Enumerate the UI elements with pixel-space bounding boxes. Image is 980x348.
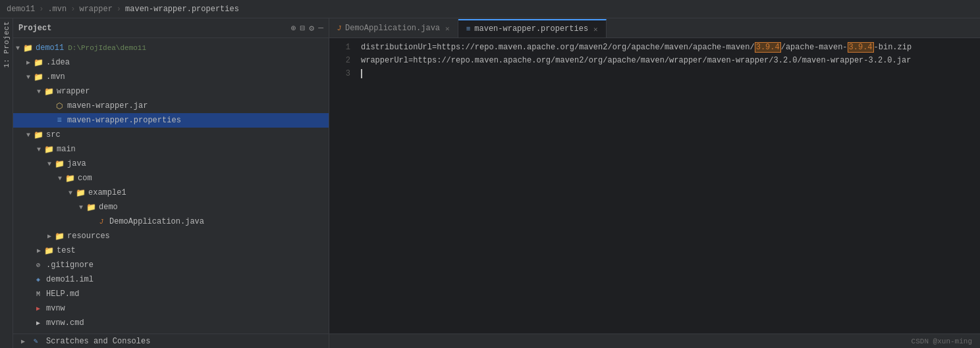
tree-item-iml[interactable]: ▶ ◈ demo11.iml [13, 272, 329, 287]
editor-tabs: J DemoApplication.java ✕ ≡ maven-wrapper… [329, 18, 980, 38]
tab-prop-close[interactable]: ✕ [593, 25, 598, 34]
wrapper-label: wrapper [57, 87, 90, 96]
line2-content: wrapperUrl=https://repo.maven.apache.org… [361, 56, 911, 65]
idea-label: .idea [46, 58, 70, 67]
resources-folder-icon: 📁 [54, 232, 65, 241]
tree-item-idea[interactable]: ▶ 📁 .idea [13, 55, 329, 70]
root-arrow: ▼ [13, 45, 22, 52]
gitignore-label: .gitignore [46, 261, 94, 270]
idea-arrow: ▶ [24, 59, 33, 66]
com-folder-icon: 📁 [65, 174, 75, 184]
code-line-2: wrapperUrl=https://repo.maven.apache.org… [361, 54, 975, 67]
idea-folder-icon: 📁 [33, 58, 43, 68]
line1-end: -bin.zip [874, 43, 912, 52]
tree-item-com[interactable]: ▼ 📁 com [13, 171, 329, 186]
breadcrumb-item-3[interactable]: wrapper [79, 5, 112, 14]
project-panel: Project ⊕ ⊟ ⚙ — ▼ 📁 demo11 D:\ProjIdea\d… [13, 18, 329, 348]
breadcrumb-sep-3: › [117, 5, 121, 14]
tab-demo-application[interactable]: J DemoApplication.java ✕ [329, 19, 458, 37]
tree-item-help[interactable]: ▶ M HELP.md [13, 287, 329, 301]
editor-content: 1 2 3 distributionUrl=https://repo.maven… [329, 38, 980, 334]
cmd-label: mvnw.cmd [46, 318, 84, 328]
panel-title: Project [18, 24, 287, 33]
cursor [361, 69, 362, 78]
root-label: demo11 [36, 43, 64, 53]
tree-item-example1[interactable]: ▼ 📁 example1 [13, 186, 329, 200]
settings-icon[interactable]: ⚙ [309, 23, 314, 34]
tree-item-mvnw-cmd[interactable]: ▶ ▶ mvnw.cmd [13, 316, 329, 330]
panel-header: Project ⊕ ⊟ ⚙ — [13, 18, 329, 38]
main-label: main [57, 145, 76, 154]
tree-item-mvnw[interactable]: ▶ ▶ mvnw [13, 301, 329, 316]
line-num-3: 3 [335, 67, 350, 80]
breadcrumb-item-4[interactable]: maven-wrapper.properties [125, 5, 239, 14]
tab-java-close[interactable]: ✕ [445, 24, 450, 33]
minimize-icon[interactable]: — [318, 23, 323, 33]
jar-file-icon: ⬡ [54, 101, 65, 111]
tree-item-src[interactable]: ▼ 📁 src [13, 128, 329, 142]
tree-item-gitignore[interactable]: ▶ ⊘ .gitignore [13, 258, 329, 272]
prop-file-icon: ≡ [54, 116, 65, 125]
breadcrumb-item-2[interactable]: .mvn [47, 5, 67, 14]
tab-prop-label: maven-wrapper.properties [474, 24, 588, 34]
md-file-icon: M [33, 291, 43, 298]
scratches-label: Scratches and Consoles [46, 337, 150, 346]
tree-item-mvn[interactable]: ▼ 📁 .mvn [13, 70, 329, 84]
tree-item-resources[interactable]: ▶ 📁 resources [13, 229, 329, 243]
file-tree: ▼ 📁 demo11 D:\ProjIdea\demo11 ▶ 📁 .idea … [13, 38, 329, 334]
demo-folder-icon: 📁 [86, 203, 96, 212]
code-line-1: distributionUrl=https://repo.maven.apach… [361, 41, 975, 54]
test-arrow: ▶ [34, 247, 43, 255]
demo-label: demo [99, 203, 118, 212]
tree-root-item[interactable]: ▼ 📁 demo11 D:\ProjIdea\demo11 [13, 41, 329, 55]
breadcrumb-sep-1: › [39, 5, 43, 14]
tree-item-main[interactable]: ▼ 📁 main [13, 142, 329, 157]
root-folder-icon: 📁 [22, 43, 33, 53]
line1-highlight-1: 3.9.4 [755, 42, 781, 53]
prop-label: maven-wrapper.properties [67, 116, 181, 125]
code-line-3[interactable] [361, 67, 975, 80]
iml-label: demo11.iml [46, 275, 94, 284]
code-area[interactable]: distributionUrl=https://repo.maven.apach… [356, 41, 980, 331]
tree-item-demo-app[interactable]: ▶ J DemoApplication.java [13, 214, 329, 229]
java-file-icon: J [96, 218, 107, 226]
main-area: 1: Project Project ⊕ ⊟ ⚙ — ▼ 📁 demo11 D:… [0, 18, 980, 348]
test-folder-icon: 📁 [43, 246, 54, 256]
tree-item-wrapper-properties[interactable]: ▶ ≡ maven-wrapper.properties [13, 113, 329, 128]
tab-prop-icon: ≡ [466, 25, 471, 33]
java-dir-arrow: ▼ [45, 161, 54, 168]
line1-mid: /apache-maven- [781, 43, 848, 52]
add-icon[interactable]: ⊕ [291, 23, 296, 34]
com-arrow: ▼ [55, 175, 65, 182]
src-label: src [46, 130, 61, 139]
example1-label: example1 [88, 188, 126, 197]
resources-arrow: ▶ [45, 232, 54, 240]
collapse-icon[interactable]: ⊟ [300, 23, 306, 34]
mvn-arrow: ▼ [24, 74, 33, 81]
tree-item-test[interactable]: ▶ 📁 test [13, 243, 329, 258]
root-path: D:\ProjIdea\demo11 [68, 44, 146, 52]
mvnw-label: mvnw [46, 304, 65, 313]
scratches-item[interactable]: ▶ ✎ Scratches and Consoles [18, 337, 150, 346]
mvnw-file-icon: ▶ [33, 305, 43, 312]
java-label: java [67, 159, 86, 168]
panel-header-icons: ⊕ ⊟ ⚙ — [291, 23, 323, 34]
vertical-tab-strip[interactable]: 1: Project [0, 18, 13, 348]
demo-app-label: DemoApplication.java [109, 217, 204, 226]
breadcrumb-item-1[interactable]: demo11 [7, 5, 35, 14]
tree-item-demo[interactable]: ▼ 📁 demo [13, 200, 329, 214]
mvn-label: .mvn [46, 72, 65, 82]
tree-item-java[interactable]: ▼ 📁 java [13, 157, 329, 171]
line1-key: distributionUrl=https://repo.maven.apach… [361, 43, 755, 52]
java-folder-icon: 📁 [54, 159, 65, 169]
git-file-icon: ⊘ [33, 261, 43, 269]
line-numbers: 1 2 3 [329, 41, 356, 331]
tree-item-wrapper[interactable]: ▼ 📁 wrapper [13, 84, 329, 99]
scratches-footer[interactable]: ▶ ✎ Scratches and Consoles [13, 334, 329, 348]
tree-item-wrapper-jar[interactable]: ▶ ⬡ maven-wrapper.jar [13, 99, 329, 113]
tab-maven-wrapper[interactable]: ≡ maven-wrapper.properties ✕ [458, 19, 607, 37]
mvn-folder-icon: 📁 [33, 72, 43, 82]
scratches-arrow: ▶ [18, 337, 28, 345]
main-folder-icon: 📁 [43, 145, 54, 155]
cmd-file-icon: ▶ [33, 319, 43, 327]
